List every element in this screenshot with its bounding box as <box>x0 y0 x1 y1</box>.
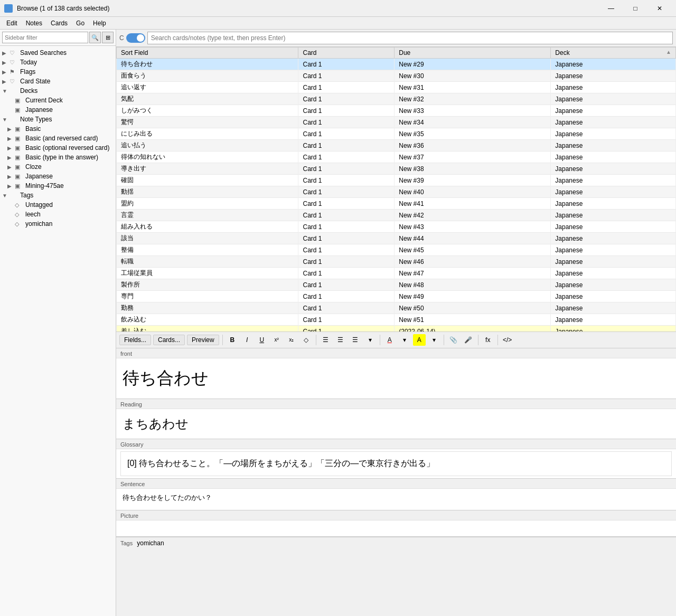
table-row[interactable]: 工場従業員Card 1New #47Japanese <box>117 268 676 279</box>
table-row[interactable]: 驚愕Card 1New #34Japanese <box>117 117 676 128</box>
table-row[interactable]: 追い返すCard 1New #31Japanese <box>117 82 676 93</box>
sidebar-item-yomichan[interactable]: ◇ yomichan <box>0 219 116 229</box>
table-row[interactable]: 製作所Card 1New #48Japanese <box>117 279 676 291</box>
sidebar-search-button[interactable]: 🔍 <box>89 32 101 43</box>
sidebar-filter-input[interactable] <box>2 32 88 43</box>
notetype-icon: ▣ <box>15 173 23 180</box>
sidebar-item-note-types[interactable]: ▼ Note Types <box>0 115 116 124</box>
table-row[interactable]: 得体の知れないCard 1New #37Japanese <box>117 151 676 163</box>
title-bar: Browse (1 of 138 cards selected) — □ ✕ <box>0 0 676 17</box>
sidebar-item-current-deck[interactable]: ▣ Current Deck <box>0 96 116 105</box>
sidebar-filter-options-button[interactable]: ⊞ <box>102 32 114 43</box>
table-row[interactable]: 面食らうCard 1New #30Japanese <box>117 70 676 82</box>
bold-button[interactable]: B <box>226 334 239 346</box>
sidebar-item-mining[interactable]: ▶ ▣ Mining-475ae <box>0 181 116 191</box>
maximize-button[interactable]: □ <box>623 0 647 17</box>
table-row[interactable]: 該当Card 1New #44Japanese <box>117 233 676 244</box>
col-deck[interactable]: Deck▲ <box>551 48 676 59</box>
sidebar-item-decks[interactable]: ▼ Decks <box>0 86 116 96</box>
menu-notes[interactable]: Notes <box>22 18 46 28</box>
sidebar-item-basic-type[interactable]: ▶ ▣ Basic (type in the answer) <box>0 153 116 162</box>
sidebar-item-basic-reversed[interactable]: ▶ ▣ Basic (and reversed card) <box>0 134 116 143</box>
field-glossary-content[interactable]: [0] 待ち合わせること。「—の場所をまちがえる」「三分の—で東京行きが出る」 <box>120 451 672 476</box>
font-color-dropdown[interactable]: ▾ <box>398 334 411 346</box>
highlight-dropdown[interactable]: ▾ <box>428 334 440 346</box>
table-row[interactable]: 専門Card 1New #49Japanese <box>117 291 676 302</box>
table-row[interactable]: しがみつくCard 1New #33Japanese <box>117 105 676 117</box>
menu-edit[interactable]: Edit <box>2 18 22 28</box>
sidebar-item-japanese-note[interactable]: ▶ ▣ Japanese <box>0 172 116 181</box>
editor-area: Fields... Cards... Preview B I U x² x₂ ◇… <box>116 332 676 617</box>
sidebar-item-untagged[interactable]: ◇ Untagged <box>0 200 116 210</box>
menu-help[interactable]: Help <box>89 18 110 28</box>
preview-button[interactable]: Preview <box>187 335 219 345</box>
sidebar-item-today[interactable]: ▶ ♡ Today <box>0 58 116 67</box>
search-toggle-switch[interactable] <box>126 33 145 43</box>
field-reading-content[interactable]: まちあわせ <box>116 409 676 439</box>
attach-button[interactable]: 📎 <box>447 334 460 346</box>
sidebar-item-saved-searches[interactable]: ▶ ♡ Saved Searches <box>0 48 116 58</box>
table-row[interactable]: 勤務Card 1New #50Japanese <box>117 302 676 314</box>
dropdown-button[interactable]: ▾ <box>364 334 377 346</box>
eraser-button[interactable]: ◇ <box>300 334 313 346</box>
minimize-button[interactable]: — <box>599 0 623 17</box>
sidebar-item-basic[interactable]: ▶ ▣ Basic <box>0 124 116 134</box>
table-row[interactable]: 飲み込むCard 1New #51Japanese <box>117 314 676 326</box>
superscript-button[interactable]: x² <box>270 334 283 346</box>
font-color-button[interactable]: A <box>383 334 396 346</box>
table-cell-due: New #42 <box>395 210 551 221</box>
toolbar-separator <box>316 335 316 345</box>
underline-button[interactable]: U <box>256 334 268 346</box>
table-row[interactable]: 確固Card 1New #39Japanese <box>117 175 676 186</box>
table-cell-due: New #44 <box>395 233 551 244</box>
table-row[interactable]: 整備Card 1New #45Japanese <box>117 244 676 256</box>
table-row[interactable]: 気配Card 1New #32Japanese <box>117 93 676 105</box>
field-sentence-content[interactable]: 待ち合わせをしてたのかい？ <box>116 489 676 510</box>
audio-button[interactable]: 🎤 <box>462 334 475 346</box>
field-picture-content[interactable] <box>116 520 676 536</box>
table-row[interactable]: 言霊Card 1New #42Japanese <box>117 210 676 221</box>
field-front-content[interactable]: 待ち合わせ <box>116 358 676 399</box>
table-row[interactable]: 組み入れるCard 1New #43Japanese <box>117 221 676 233</box>
sidebar-item-label: Japanese <box>25 173 53 180</box>
subscript-button[interactable]: x₂ <box>285 334 298 346</box>
menu-go[interactable]: Go <box>72 18 89 28</box>
col-due[interactable]: Due <box>395 48 551 59</box>
close-button[interactable]: ✕ <box>647 0 672 17</box>
sidebar-item-flags[interactable]: ▶ ⚑ Flags <box>0 67 116 77</box>
align-button[interactable]: ☰ <box>349 334 362 346</box>
fields-button[interactable]: Fields... <box>119 335 151 345</box>
col-card[interactable]: Card <box>298 48 395 59</box>
highlight-button[interactable]: A <box>413 334 426 346</box>
function-button[interactable]: fx <box>482 334 494 346</box>
search-input[interactable] <box>147 32 673 44</box>
table-row[interactable]: 差し込むCard 1(2022-06-14)Japanese <box>117 326 676 332</box>
tags-value[interactable]: yomichan <box>137 539 164 547</box>
heart-icon: ♡ <box>10 50 18 56</box>
table-row[interactable]: 追い払うCard 1New #36Japanese <box>117 140 676 151</box>
table-row[interactable]: 盟約Card 1New #41Japanese <box>117 198 676 210</box>
table-row[interactable]: 待ち合わせCard 1New #29Japanese <box>117 59 676 70</box>
right-panel: C Sort Field Card Due Deck▲ 待ち合わせCard 1N… <box>116 30 676 616</box>
table-row[interactable]: にじみ出るCard 1New #35Japanese <box>117 128 676 140</box>
unordered-list-button[interactable]: ☰ <box>320 334 332 346</box>
sidebar-item-japanese[interactable]: ▣ Japanese <box>0 105 116 115</box>
sidebar-item-label: Basic (type in the answer) <box>25 154 98 161</box>
sidebar-item-basic-optional-reversed[interactable]: ▶ ▣ Basic (optional reversed card) <box>0 143 116 153</box>
sidebar-item-cloze[interactable]: ▶ ▣ Cloze <box>0 162 116 172</box>
table-cell-deck: Japanese <box>551 175 676 186</box>
cards-button[interactable]: Cards... <box>153 335 185 345</box>
table-cell-sort_field: 追い返す <box>117 82 298 93</box>
sidebar-item-tags[interactable]: ▼ Tags <box>0 191 116 200</box>
code-button[interactable]: </> <box>501 334 514 346</box>
table-cell-card: Card 1 <box>298 291 395 302</box>
col-sort-field[interactable]: Sort Field <box>117 48 298 59</box>
sidebar-item-card-state[interactable]: ▶ ♡ Card State <box>0 77 116 86</box>
italic-button[interactable]: I <box>241 334 253 346</box>
table-row[interactable]: 転職Card 1New #46Japanese <box>117 256 676 268</box>
menu-cards[interactable]: Cards <box>46 18 72 28</box>
ordered-list-button[interactable]: ☰ <box>334 334 347 346</box>
table-row[interactable]: 動揺Card 1New #40Japanese <box>117 186 676 198</box>
sidebar-item-leech[interactable]: ◇ leech <box>0 210 116 219</box>
table-row[interactable]: 導き出すCard 1New #38Japanese <box>117 163 676 175</box>
